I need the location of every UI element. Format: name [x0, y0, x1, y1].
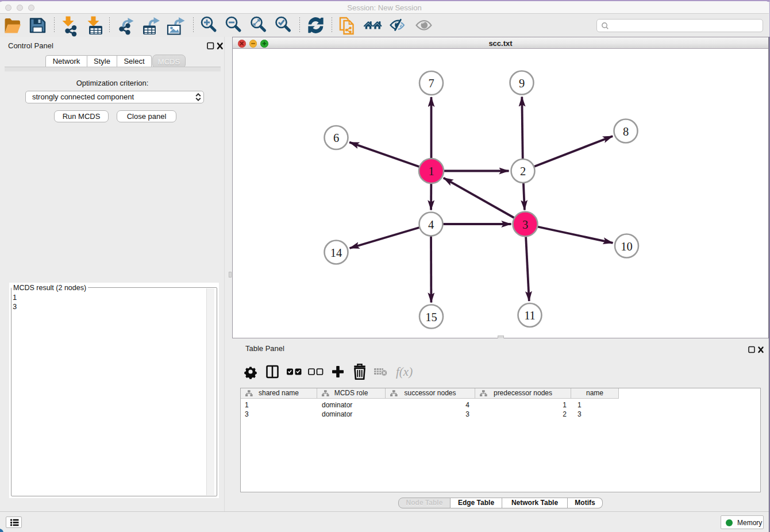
svg-text:14: 14 [330, 246, 342, 259]
svg-text:7: 7 [428, 77, 434, 90]
svg-text:3: 3 [522, 218, 528, 231]
svg-text:2: 2 [520, 165, 526, 178]
svg-text:10: 10 [621, 240, 633, 253]
svg-text:1: 1 [428, 165, 434, 178]
svg-text:15: 15 [425, 311, 437, 323]
svg-text:8: 8 [623, 125, 629, 138]
svg-text:f(x): f(x) [396, 365, 413, 379]
svg-text:11: 11 [524, 309, 536, 322]
svg-text:9: 9 [519, 77, 525, 90]
svg-text:6: 6 [333, 132, 339, 144]
svg-text:4: 4 [428, 218, 434, 231]
